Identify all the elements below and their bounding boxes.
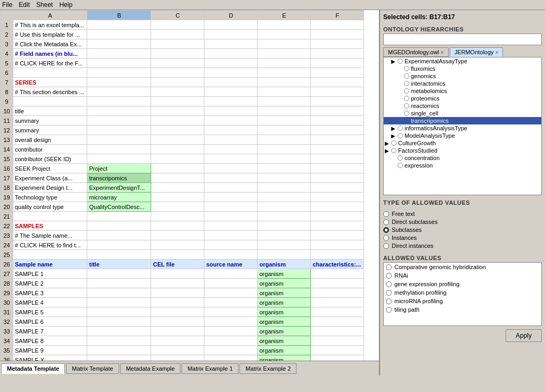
cell[interactable] xyxy=(151,346,204,355)
tree-item[interactable]: ▶informaticsAnalysisType xyxy=(384,124,541,132)
cell[interactable]: transcripomics xyxy=(87,173,151,183)
table-row[interactable]: 11summary xyxy=(1,116,364,126)
cell[interactable]: organism xyxy=(258,336,311,346)
menu-sheet[interactable]: Sheet xyxy=(36,1,53,9)
cell[interactable] xyxy=(151,116,204,126)
radio-button[interactable] xyxy=(383,235,389,241)
cell[interactable] xyxy=(258,202,311,212)
cell[interactable] xyxy=(87,288,151,298)
radio-button[interactable] xyxy=(386,307,392,313)
cell[interactable] xyxy=(204,145,258,154)
allowed-value-item[interactable]: tiling path xyxy=(384,305,541,314)
cell[interactable]: # Click the Metadata Ex... xyxy=(13,39,87,49)
cell[interactable]: SERIES xyxy=(13,78,87,87)
cell[interactable] xyxy=(151,336,204,346)
cell[interactable] xyxy=(151,20,204,30)
cell[interactable] xyxy=(311,20,364,30)
allowed-type-row[interactable]: Direct instances xyxy=(383,243,542,249)
cell[interactable] xyxy=(311,317,364,327)
cell[interactable] xyxy=(204,327,258,336)
table-row[interactable]: 10title xyxy=(1,106,364,116)
cell[interactable]: organism xyxy=(258,327,311,336)
cell[interactable] xyxy=(151,298,204,307)
cell[interactable] xyxy=(87,307,151,317)
cell[interactable] xyxy=(204,116,258,126)
cell[interactable] xyxy=(151,327,204,336)
cell[interactable] xyxy=(258,39,311,49)
cell[interactable] xyxy=(13,97,87,106)
cell[interactable] xyxy=(311,183,364,193)
cell[interactable] xyxy=(258,250,311,260)
table-row[interactable]: 4# Field names (in blu... xyxy=(1,49,364,59)
cell[interactable] xyxy=(204,126,258,135)
cell[interactable]: SAMPLE X xyxy=(13,355,87,361)
cell[interactable] xyxy=(311,298,364,307)
cell[interactable] xyxy=(87,317,151,327)
tab-mged-ontology[interactable]: MGEDOntology.owl × xyxy=(383,47,449,57)
cell[interactable]: SAMPLE 5 xyxy=(13,307,87,317)
cell[interactable]: organism xyxy=(258,346,311,355)
cell[interactable] xyxy=(204,183,258,193)
tab-mged-close[interactable]: × xyxy=(441,49,444,55)
cell[interactable] xyxy=(311,221,364,231)
allowed-value-item[interactable]: RNAi xyxy=(384,271,541,280)
allowed-type-row[interactable]: Subclasses xyxy=(383,227,542,233)
table-row[interactable]: 24# CLICK HERE to find t... xyxy=(1,240,364,250)
cell[interactable] xyxy=(151,202,204,212)
cell[interactable] xyxy=(258,59,311,68)
cell[interactable]: title xyxy=(13,106,87,116)
cell[interactable] xyxy=(204,30,258,39)
cell[interactable] xyxy=(204,346,258,355)
cell[interactable] xyxy=(311,97,364,106)
allowed-value-item[interactable]: microRNA profiling xyxy=(384,297,541,305)
cell[interactable] xyxy=(87,212,151,221)
cell[interactable] xyxy=(87,87,151,97)
cell[interactable]: SEEK Project xyxy=(13,164,87,173)
table-row[interactable]: 15contributor (SEEK ID) xyxy=(1,154,364,164)
cell[interactable] xyxy=(151,68,204,78)
cell[interactable] xyxy=(204,212,258,221)
cell[interactable] xyxy=(204,307,258,317)
radio-button[interactable] xyxy=(386,264,392,270)
radio-button[interactable] xyxy=(383,227,389,233)
cell[interactable] xyxy=(87,97,151,106)
cell[interactable] xyxy=(151,250,204,260)
allowed-values-list[interactable]: Comparative genomic hybridizationRNAigen… xyxy=(383,262,542,326)
cell[interactable] xyxy=(87,49,151,59)
cell[interactable] xyxy=(311,145,364,154)
cell[interactable] xyxy=(204,59,258,68)
cell[interactable]: # CLICK HERE to find t... xyxy=(13,240,87,250)
cell[interactable] xyxy=(204,231,258,240)
table-row[interactable]: 12summary xyxy=(1,126,364,135)
table-row[interactable]: 5# CLICK HERE for the F... xyxy=(1,59,364,68)
allowed-value-item[interactable]: gene expression profiling xyxy=(384,280,541,288)
cell[interactable] xyxy=(87,68,151,78)
menu-edit[interactable]: Edit xyxy=(19,1,30,9)
table-row[interactable]: 30SAMPLE 4organism xyxy=(1,298,364,307)
radio-button[interactable] xyxy=(386,290,392,296)
table-row[interactable]: 33SAMPLE 7organism xyxy=(1,327,364,336)
table-row[interactable]: 9 xyxy=(1,97,364,106)
cell[interactable] xyxy=(258,30,311,39)
cell[interactable]: # This section describes ... xyxy=(13,87,87,97)
cell[interactable] xyxy=(258,154,311,164)
cell[interactable] xyxy=(87,30,151,39)
cell[interactable] xyxy=(258,68,311,78)
cell[interactable]: contributor (SEEK ID) xyxy=(13,154,87,164)
cell[interactable] xyxy=(204,317,258,327)
cell[interactable]: Experiment Class (a... xyxy=(13,173,87,183)
table-row[interactable]: 8# This section describes ... xyxy=(1,87,364,97)
cell[interactable]: # This is an excel templa... xyxy=(13,20,87,30)
cell[interactable] xyxy=(204,202,258,212)
col-header-a[interactable]: A xyxy=(13,11,87,20)
cell[interactable]: Sample name xyxy=(13,260,87,269)
ontology-tree[interactable]: ▶ExperimentalAssayTypefluxomicsgenomicsi… xyxy=(383,57,542,195)
cell[interactable] xyxy=(204,193,258,202)
table-row[interactable]: 32SAMPLE 6organism xyxy=(1,317,364,327)
cell[interactable] xyxy=(311,68,364,78)
cell[interactable] xyxy=(87,39,151,49)
ontology-search-input[interactable] xyxy=(383,34,542,45)
cell[interactable] xyxy=(204,78,258,87)
radio-button[interactable] xyxy=(386,298,392,304)
cell[interactable] xyxy=(311,49,364,59)
